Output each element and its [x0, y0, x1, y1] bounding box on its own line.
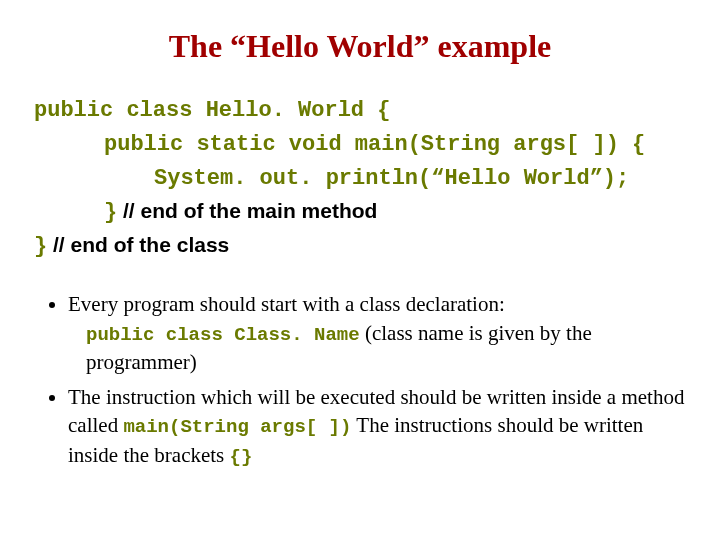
code-text: public class Hello. World { [34, 98, 390, 123]
slide: The “Hello World” example public class H… [0, 0, 720, 540]
bullet-subline: public class Class. Name (class name is … [68, 319, 686, 377]
inline-code: {} [230, 446, 253, 468]
code-line-5: } // end of the class [34, 229, 686, 263]
bullet-item-2: The instruction which will be executed s… [68, 383, 686, 471]
inline-code: public class Class. Name [86, 324, 360, 346]
code-line-4: } // end of the main method [34, 195, 686, 229]
code-text: System. out. println(“Hello World”); [154, 166, 629, 191]
code-brace: } [104, 200, 117, 225]
code-block: public class Hello. World { public stati… [34, 93, 686, 262]
bullet-list: Every program should start with a class … [34, 290, 686, 470]
inline-code: main(String args[ ]) [123, 416, 351, 438]
bullet-text: Every program should start with a class … [68, 292, 505, 316]
code-comment: // end of the main method [117, 199, 377, 222]
code-text: public static void main(String args[ ]) … [104, 132, 645, 157]
slide-title: The “Hello World” example [34, 28, 686, 65]
code-line-1: public class Hello. World { [34, 93, 686, 127]
code-line-2: public static void main(String args[ ]) … [34, 127, 686, 161]
code-line-3: System. out. println(“Hello World”); [34, 161, 686, 195]
bullet-item-1: Every program should start with a class … [68, 290, 686, 376]
code-comment: // end of the class [47, 233, 229, 256]
code-brace: } [34, 234, 47, 259]
